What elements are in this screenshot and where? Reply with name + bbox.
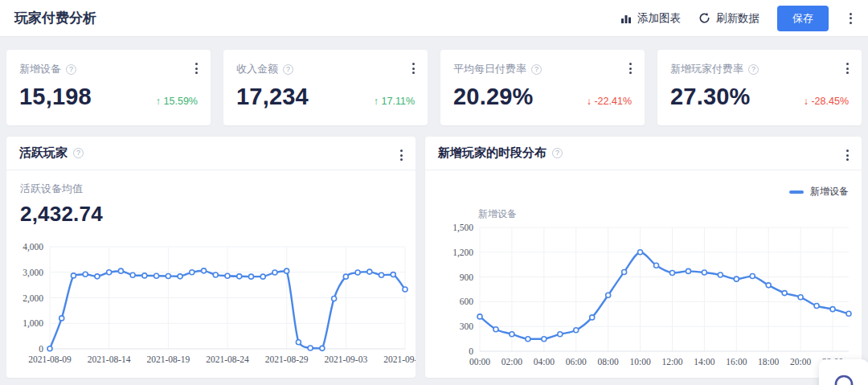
- kpi-label: 新增设备: [19, 62, 61, 76]
- svg-text:900: 900: [460, 272, 474, 282]
- chart-title: 活跃玩家: [19, 145, 68, 161]
- kpi-card-menu[interactable]: [626, 59, 635, 77]
- chart-card-menu[interactable]: [843, 146, 852, 164]
- kpi-label: 新增玩家付费率: [670, 62, 743, 76]
- arrow-up-icon: ↑: [374, 96, 379, 107]
- kpi-card-menu[interactable]: [843, 59, 852, 77]
- legend-new-devices[interactable]: 新增设备: [789, 185, 849, 199]
- stat-value: 2,432.74: [20, 202, 103, 227]
- svg-text:2021-08-19: 2021-08-19: [146, 354, 190, 364]
- kpi-card-menu[interactable]: [192, 59, 201, 77]
- header-bar: 玩家付费分析 添加图表 刷新数据 保存: [0, 0, 868, 37]
- svg-text:2021-08-29: 2021-08-29: [265, 354, 309, 364]
- svg-text:00:00: 00:00: [469, 357, 490, 367]
- kpi-delta: ↓ -22.41%: [587, 96, 632, 107]
- svg-text:0: 0: [469, 346, 473, 356]
- headset-icon: [831, 371, 857, 385]
- svg-text:300: 300: [460, 322, 474, 331]
- kpi-card-new-player-pay-rate: 新增玩家付费率 ? 27.30% ↓ -28.45%: [657, 50, 862, 125]
- add-chart-button[interactable]: 添加图表: [620, 11, 681, 26]
- kpi-value: 17,234: [236, 84, 309, 110]
- y-axis-name: 新增设备: [478, 207, 517, 221]
- chart-title: 新增玩家的时段分布: [438, 145, 547, 161]
- kpi-value: 15,198: [19, 84, 92, 110]
- kpi-label: 收入金额: [236, 62, 278, 76]
- svg-text:1,500: 1,500: [452, 223, 473, 233]
- hourly-distribution-chart[interactable]: 03006009001,2001,50000:0002:0004:0006:00…: [425, 221, 862, 378]
- page-title: 玩家付费分析: [14, 9, 96, 27]
- svg-text:2021-08-14: 2021-08-14: [88, 354, 131, 364]
- svg-text:08:00: 08:00: [598, 357, 619, 367]
- refresh-data-label: 刷新数据: [716, 11, 760, 26]
- svg-text:1,200: 1,200: [452, 248, 473, 258]
- svg-text:3,000: 3,000: [23, 268, 43, 278]
- svg-text:2021-08-24: 2021-08-24: [206, 354, 249, 364]
- svg-text:04:00: 04:00: [534, 357, 555, 367]
- kpi-value: 27.30%: [670, 84, 751, 110]
- help-icon[interactable]: ?: [66, 64, 76, 75]
- svg-text:12:00: 12:00: [661, 357, 682, 367]
- refresh-icon: [698, 12, 710, 24]
- chart-card-menu[interactable]: [397, 146, 406, 164]
- svg-text:600: 600: [460, 297, 474, 306]
- kpi-row: 新增设备 ? 15,198 ↑ 15.59% 收入金额 ? 17,234 ↑ 1…: [6, 50, 862, 125]
- kpi-delta: ↑ 17.11%: [374, 96, 415, 107]
- bar-chart-icon: [620, 13, 632, 24]
- active-players-card: 活跃玩家 ? 活跃设备均值 2,432.74 01,0002,0003,0004…: [6, 137, 416, 378]
- svg-text:10:00: 10:00: [629, 357, 650, 367]
- dashboard-content: 新增设备 ? 15,198 ↑ 15.59% 收入金额 ? 17,234 ↑ 1…: [0, 37, 868, 378]
- kpi-delta: ↑ 15.59%: [156, 96, 198, 107]
- header-more-menu[interactable]: [846, 10, 855, 27]
- svg-text:4,000: 4,000: [23, 242, 43, 252]
- kpi-card-new-devices: 新增设备 ? 15,198 ↑ 15.59%: [6, 50, 211, 125]
- svg-text:1,000: 1,000: [23, 318, 43, 329]
- svg-text:14:00: 14:00: [694, 357, 714, 367]
- svg-text:06:00: 06:00: [566, 357, 587, 367]
- svg-text:2021-09-03: 2021-09-03: [324, 354, 367, 364]
- active-players-chart[interactable]: 01,0002,0003,0004,0002021-08-092021-08-1…: [6, 235, 416, 378]
- legend-line-swatch: [789, 190, 804, 194]
- hourly-distribution-card: 新增玩家的时段分布 ? 新增设备 新增设备 03006009001,2001,5…: [425, 137, 862, 378]
- help-icon[interactable]: ?: [748, 64, 759, 75]
- svg-text:2021-08-09: 2021-08-09: [28, 354, 72, 364]
- svg-text:2,000: 2,000: [23, 293, 43, 304]
- kpi-card-daily-pay-rate: 平均每日付费率 ? 20.29% ↓ -22.41%: [440, 50, 645, 125]
- svg-text:02:00: 02:00: [502, 357, 522, 367]
- kpi-card-menu[interactable]: [409, 59, 418, 77]
- support-fab[interactable]: [819, 359, 868, 385]
- arrow-down-icon: ↓: [804, 96, 809, 107]
- svg-text:2021-09-08: 2021-09-08: [383, 354, 416, 364]
- legend-label: 新增设备: [810, 185, 849, 199]
- svg-text:18:00: 18:00: [758, 357, 779, 367]
- kpi-card-revenue: 收入金额 ? 17,234 ↑ 17.11%: [223, 50, 428, 125]
- arrow-down-icon: ↓: [587, 96, 592, 107]
- svg-text:20:00: 20:00: [790, 357, 811, 367]
- stat-label: 活跃设备均值: [20, 182, 103, 196]
- help-icon[interactable]: ?: [552, 148, 563, 158]
- help-icon[interactable]: ?: [531, 64, 542, 75]
- arrow-up-icon: ↑: [156, 96, 161, 107]
- svg-text:16:00: 16:00: [726, 357, 747, 367]
- svg-text:0: 0: [39, 344, 43, 354]
- save-button[interactable]: 保存: [777, 6, 829, 31]
- kpi-label: 平均每日付费率: [453, 62, 526, 76]
- kpi-delta: ↓ -28.45%: [804, 96, 849, 107]
- add-chart-label: 添加图表: [637, 11, 681, 26]
- help-icon[interactable]: ?: [73, 148, 84, 158]
- chart-row: 活跃玩家 ? 活跃设备均值 2,432.74 01,0002,0003,0004…: [6, 137, 862, 378]
- help-icon[interactable]: ?: [283, 64, 293, 75]
- refresh-data-button[interactable]: 刷新数据: [698, 11, 760, 26]
- kpi-value: 20.29%: [453, 84, 534, 110]
